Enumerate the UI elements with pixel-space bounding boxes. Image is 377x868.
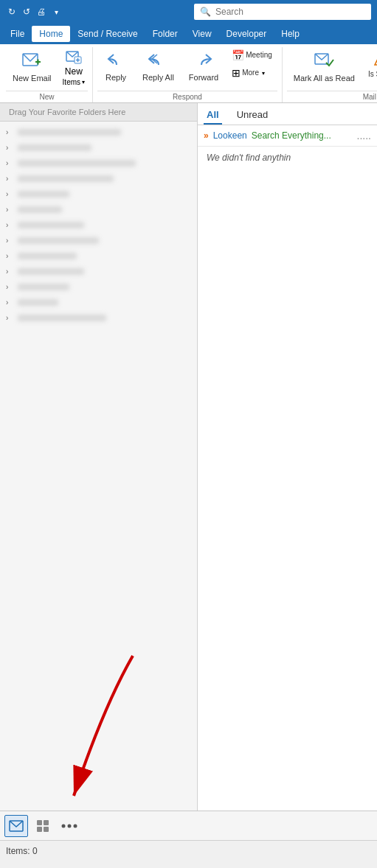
more-icon: ⊞: [232, 67, 241, 79]
new-items-icon: [66, 49, 82, 66]
new-email-button[interactable]: New Email: [6, 47, 58, 87]
sidebar-chevron-2: ›: [6, 144, 15, 152]
lookeen-label[interactable]: Lookeen: [213, 130, 247, 141]
tab-unread[interactable]: Unread: [234, 106, 271, 125]
sidebar-item-8[interactable]: ›: [0, 233, 197, 248]
sidebar-item-bar-1: [18, 129, 121, 136]
sidebar-item-12[interactable]: ›: [0, 295, 197, 310]
sidebar-chevron-4: ›: [6, 175, 15, 183]
new-items-chevron-icon: ▾: [82, 79, 85, 85]
svg-rect-21: [37, 827, 42, 832]
reply-all-button[interactable]: Reply All: [136, 47, 181, 86]
sidebar-item-11[interactable]: ›: [0, 279, 197, 295]
sidebar-chevron-9: ›: [6, 252, 15, 260]
search-options-dots[interactable]: .....: [357, 130, 371, 141]
svg-point-24: [68, 824, 72, 827]
nav-mail-button[interactable]: [4, 815, 28, 837]
sidebar-item-bar-8: [18, 237, 99, 244]
forward-icon: [194, 51, 213, 71]
ribbon-section-mail-actions: Mark All as Read ! Is Spam: [287, 47, 377, 102]
sidebar-item-bar-2: [18, 144, 91, 151]
lookeen-icon: »: [204, 130, 209, 141]
sidebar-item-5[interactable]: ›: [0, 186, 197, 202]
menu-item-folder[interactable]: Folder: [145, 26, 185, 42]
tab-all[interactable]: All: [204, 106, 222, 125]
menu-item-developer[interactable]: Developer: [219, 26, 274, 42]
sidebar-item-10[interactable]: ›: [0, 264, 197, 279]
content-panel: All Unread » Lookeen Search Everything..…: [198, 103, 377, 811]
more-chevron-icon: ▾: [262, 70, 265, 77]
forward-label: Forward: [189, 73, 218, 83]
sidebar-item-bar-11: [18, 284, 69, 290]
status-bar: Items: 0: [0, 840, 377, 861]
sidebar-item-2[interactable]: ›: [0, 140, 197, 155]
sidebar-item-3[interactable]: ›: [0, 155, 197, 171]
menu-item-file[interactable]: File: [3, 26, 32, 42]
title-bar-icons: ↻ ↺ 🖨 ▾: [6, 6, 62, 18]
sidebar-item-1[interactable]: ›: [0, 125, 197, 140]
sidebar-item-bar-4: [18, 175, 114, 182]
ribbon-section-new: New Email: [6, 47, 93, 102]
bottom-area: [0, 811, 377, 840]
new-items-button[interactable]: New Items ▾: [60, 47, 88, 88]
meeting-label: Meeting: [246, 51, 272, 60]
ribbon: New Email: [0, 44, 377, 103]
new-items-bottom-label: Items: [63, 78, 80, 86]
search-everything-link[interactable]: Search Everything...: [252, 130, 331, 141]
new-items-dropdown[interactable]: Items ▾: [60, 77, 88, 88]
sidebar: Drag Your Favorite Folders Here › › › › …: [0, 103, 198, 811]
sidebar-chevron-8: ›: [6, 237, 15, 245]
sidebar-item-bar-7: [18, 222, 84, 228]
svg-point-23: [62, 824, 66, 827]
ribbon-section-respond-label: Respond: [97, 91, 277, 102]
undo-icon[interactable]: ↺: [21, 6, 32, 18]
search-input[interactable]: [215, 7, 365, 17]
sidebar-chevron-7: ›: [6, 221, 15, 229]
title-search-box[interactable]: 🔍: [194, 4, 371, 20]
sidebar-chevron-12: ›: [6, 298, 15, 307]
sidebar-item-6[interactable]: ›: [0, 202, 197, 217]
forward-button[interactable]: Forward: [182, 47, 225, 86]
new-items-top[interactable]: New: [62, 47, 86, 77]
nav-more-button[interactable]: [58, 815, 81, 837]
more-button[interactable]: ⊞ More ▾: [226, 65, 277, 81]
sidebar-item-bar-5: [18, 191, 69, 197]
more-label: More: [242, 69, 259, 77]
reply-label: Reply: [106, 73, 126, 83]
menu-item-home[interactable]: Home: [32, 26, 70, 42]
customize-icon[interactable]: ▾: [50, 6, 62, 18]
respond-small-buttons: 📅 Meeting ⊞ More ▾: [226, 47, 277, 81]
menu-item-send-receive[interactable]: Send / Receive: [70, 26, 145, 42]
sidebar-favorites: Drag Your Favorite Folders Here: [0, 103, 197, 122]
new-email-label: New Email: [13, 74, 52, 83]
mark-all-read-icon: [314, 51, 334, 72]
sidebar-item-13[interactable]: ›: [0, 310, 197, 326]
print-icon[interactable]: 🖨: [35, 6, 47, 18]
search-bar: » Lookeen Search Everything... .....: [198, 125, 377, 147]
sidebar-item-7[interactable]: ›: [0, 217, 197, 233]
reply-button[interactable]: Reply: [97, 47, 134, 86]
title-bar: ↻ ↺ 🖨 ▾ 🔍: [0, 0, 377, 24]
nav-calendar-button[interactable]: [31, 815, 55, 837]
svg-rect-19: [37, 820, 42, 825]
sidebar-chevron-5: ›: [6, 190, 15, 198]
bottom-nav: [0, 811, 377, 840]
meeting-icon: 📅: [232, 49, 244, 61]
is-spam-button[interactable]: ! Is Spam: [363, 47, 377, 82]
mark-all-read-button[interactable]: Mark All as Read: [287, 47, 362, 87]
menu-bar: File Home Send / Receive Folder View Dev…: [0, 24, 377, 44]
menu-item-view[interactable]: View: [185, 26, 219, 42]
new-items-top-label: New: [65, 66, 83, 77]
mark-all-read-label: Mark All as Read: [294, 74, 355, 83]
refresh-icon[interactable]: ↻: [6, 6, 18, 18]
sidebar-chevron-3: ›: [6, 159, 15, 167]
sidebar-item-4[interactable]: ›: [0, 171, 197, 186]
menu-item-help[interactable]: Help: [274, 26, 307, 42]
sidebar-chevron-13: ›: [6, 314, 15, 322]
new-email-icon: [21, 51, 42, 72]
meeting-button[interactable]: 📅 Meeting: [226, 47, 277, 63]
ribbon-section-mail-actions-label: Mail Actions: [287, 91, 377, 102]
items-count: Items: 0: [6, 846, 38, 856]
sidebar-item-9[interactable]: ›: [0, 248, 197, 264]
ribbon-section-new-label: New: [6, 91, 88, 102]
